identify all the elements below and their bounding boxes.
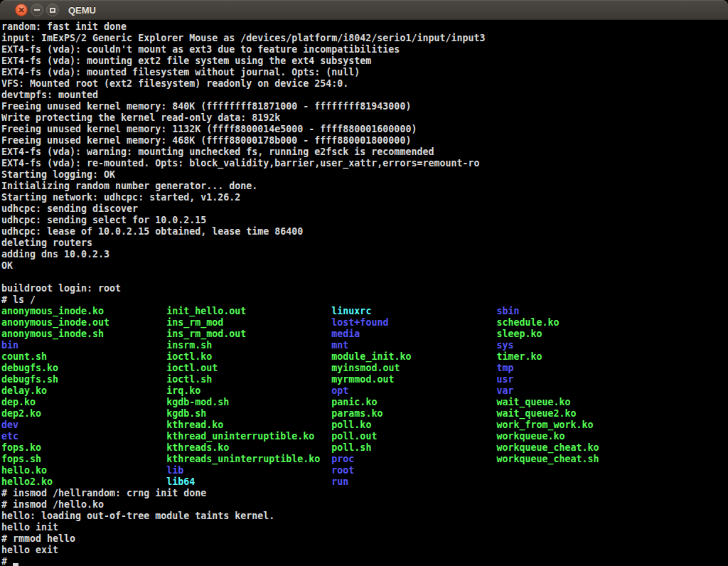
file-entry: proc (331, 454, 496, 464)
file-entry: myrmmod.out (331, 374, 496, 385)
terminal-line: EXT4-fs (vda): couldn't mount as ext3 du… (1, 44, 728, 55)
file-entry: wait_queue2.ko (497, 408, 662, 419)
file-entry: media (331, 329, 496, 339)
terminal-line: hello: loading out-of-tree module taints… (1, 511, 728, 522)
file-entry: lost+found (331, 317, 496, 328)
file-entry: root (331, 465, 496, 476)
terminal-screen[interactable]: random: fast init doneinput: ImExPS/2 Ge… (0, 20, 728, 566)
file-entry: run (331, 476, 496, 487)
terminal-line: deleting routers (1, 237, 728, 249)
file-listing-row: etc kthread_uninterruptible.ko poll.out … (1, 431, 728, 442)
file-listing-row: count.sh ioctl.ko module_init.ko timer.k… (1, 351, 728, 363)
file-entry: ioctl.out (166, 363, 331, 373)
terminal-line: # rmmod hello (1, 533, 728, 545)
file-listing-row: hello2.ko lib64 run (1, 476, 728, 488)
file-listing-row: anonymous_inode.out ins_rm_mod lost+foun… (1, 317, 728, 329)
file-entry: sys (497, 340, 662, 351)
terminal-line: Starting network: udhcpc: started, v1.26… (1, 192, 728, 203)
terminal-line: # ls / (1, 294, 728, 306)
terminal-line: hello init (1, 522, 728, 533)
terminal-line: udhcpc: sending select for 10.0.2.15 (1, 215, 728, 226)
titlebar: ✕ QEMU (0, 0, 728, 20)
terminal-line: udhcpc: sending discover (1, 203, 728, 215)
terminal-line: buildroot login: root (1, 283, 728, 294)
close-button[interactable]: ✕ (15, 4, 28, 16)
shell-prompt: # (1, 556, 13, 566)
file-entry: hello.ko (1, 465, 166, 476)
file-entry: kthreads_uninterruptible.ko (166, 454, 331, 464)
file-entry: timer.ko (497, 351, 662, 362)
file-entry: tmp (497, 363, 662, 373)
file-entry: fops.sh (1, 454, 166, 464)
maximize-button[interactable] (46, 4, 59, 16)
file-entry: fops.ko (1, 442, 166, 453)
file-listing-row: fops.sh kthreads_uninterruptible.ko proc… (1, 454, 728, 465)
terminal-line: VFS: Mounted root (ext2 filesystem) read… (1, 78, 728, 90)
file-entry: debugfs.ko (1, 363, 166, 373)
file-entry: bin (1, 340, 166, 351)
file-entry: anonymous_inode.ko (1, 306, 166, 316)
file-entry: panic.ko (331, 397, 496, 407)
file-listing-row: dep.ko kgdb-mod.sh panic.ko wait_queue.k… (1, 397, 728, 408)
file-entry: etc (1, 431, 166, 442)
minimize-button[interactable] (31, 4, 43, 16)
maximize-icon (50, 8, 55, 13)
terminal-line: Freeing unused kernel memory: 468K (ffff… (1, 135, 728, 146)
file-entry: count.sh (1, 351, 166, 362)
file-entry: opt (331, 385, 496, 396)
file-listing-row: debugfs.sh ioctl.sh myrmmod.out usr (1, 374, 728, 385)
file-entry: kthread_uninterruptible.ko (166, 431, 331, 442)
window-title: QEMU (68, 5, 96, 16)
prompt-line: # (1, 556, 728, 566)
file-entry: ioctl.ko (166, 351, 331, 362)
file-entry: hello2.ko (1, 476, 166, 487)
terminal-line: Freeing unused kernel memory: 840K (ffff… (1, 101, 728, 112)
file-listing-row: fops.ko kthreads.ko poll.sh workqueue_ch… (1, 442, 728, 454)
file-entry: debugfs.sh (1, 374, 166, 385)
terminal-line (1, 272, 728, 283)
terminal-line: random: fast init done (1, 21, 728, 33)
terminal-line: hello exit (1, 545, 728, 556)
file-listing-row: dep2.ko kgdb.sh params.ko wait_queue2.ko (1, 408, 728, 420)
terminal-line: EXT4-fs (vda): mounted filesystem withou… (1, 67, 728, 78)
file-entry: kgdb-mod.sh (166, 397, 331, 407)
file-entry: anonymous_inode.out (1, 317, 166, 328)
terminal-line: udhcpc: lease of 10.0.2.15 obtained, lea… (1, 226, 728, 237)
file-entry: sleep.ko (497, 329, 662, 339)
terminal-line: EXT4-fs (vda): re-mounted. Opts: block_v… (1, 158, 728, 169)
file-entry: kthread.ko (166, 420, 331, 430)
file-entry: init_hello.out (166, 306, 331, 316)
file-entry: dep.ko (1, 397, 166, 407)
file-entry: poll.out (331, 431, 496, 442)
file-listing-row: anonymous_inode.ko init_hello.out linuxr… (1, 306, 728, 317)
file-entry: poll.ko (331, 420, 496, 430)
file-listing-row: hello.ko lib root (1, 465, 728, 476)
file-entry: insrm.sh (166, 340, 331, 351)
file-entry: module_init.ko (331, 351, 496, 362)
file-entry: var (497, 385, 662, 396)
file-entry: workqueue_cheat.sh (497, 454, 662, 464)
file-listing-row: debugfs.ko ioctl.out myinsmod.out tmp (1, 363, 728, 374)
file-entry: myinsmod.out (331, 363, 496, 373)
file-entry: ins_rm_mod.out (166, 329, 331, 339)
file-entry: kgdb.sh (166, 408, 331, 419)
terminal-line: Write protecting the kernel read-only da… (1, 112, 728, 124)
terminal-line: Initializing random number generator... … (1, 181, 728, 192)
file-entry: ins_rm_mod (166, 317, 331, 328)
file-listing-row: dev kthread.ko poll.ko work_from_work.ko (1, 420, 728, 431)
terminal-line: input: ImExPS/2 Generic Explorer Mouse a… (1, 33, 728, 44)
text-cursor (13, 563, 18, 566)
file-entry: workqueue_cheat.ko (497, 442, 662, 453)
file-entry: params.ko (331, 408, 496, 419)
terminal-line: Freeing unused kernel memory: 1132K (fff… (1, 124, 728, 135)
file-entry: delay.ko (1, 385, 166, 396)
file-entry: anonymous_inode.sh (1, 329, 166, 339)
close-icon: ✕ (18, 6, 24, 14)
file-entry: dep2.ko (1, 408, 166, 419)
minimize-icon (34, 9, 40, 11)
terminal-line: adding dns 10.0.2.3 (1, 249, 728, 260)
file-entry: linuxrc (331, 306, 496, 316)
terminal-line: EXT4-fs (vda): mounting ext2 file system… (1, 55, 728, 67)
file-entry: lib (166, 465, 331, 476)
file-entry: ioctl.sh (166, 374, 331, 385)
